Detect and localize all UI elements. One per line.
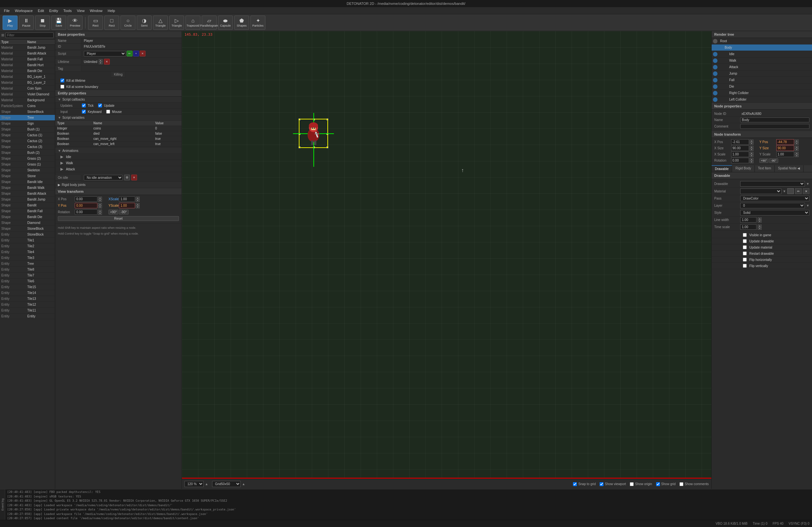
nt-rotation-down[interactable]: ▼ — [750, 161, 754, 163]
asset-row[interactable]: ShapeBandit Attack — [0, 191, 55, 197]
nt-ysize-down[interactable]: ▼ — [795, 148, 799, 151]
material-edit-btn[interactable]: ✏ — [795, 188, 802, 194]
ypos-vt-up[interactable]: ▲ — [98, 203, 102, 206]
tree-eye[interactable] — [713, 45, 717, 50]
update-check[interactable] — [98, 104, 102, 107]
render-tree-item[interactable]: Root — [712, 38, 812, 44]
nt-yscale-up[interactable]: ▲ — [795, 152, 799, 154]
nt-xpos-input[interactable] — [731, 139, 749, 145]
ypos-vt-input[interactable] — [75, 203, 98, 208]
parallelogram-button[interactable]: ▱ Parallelogram — [202, 16, 217, 30]
render-tree-item[interactable]: Walk — [712, 57, 812, 64]
asset-row[interactable]: ShapeBandit Jump — [0, 197, 55, 202]
asset-row[interactable]: ShapeCactus (2) — [0, 138, 55, 144]
drawable-check[interactable] — [743, 252, 747, 255]
script-var-row[interactable]: Booleancan_move_lefttrue — [55, 141, 182, 147]
asset-row[interactable]: EntityTile1 — [0, 238, 55, 243]
asset-row[interactable]: ShapeBandit Fall — [0, 208, 55, 214]
grid-select[interactable]: Grid50x50 Grid25x25 Grid100x100 — [212, 481, 241, 487]
semi-button[interactable]: ◑ Semi — [137, 16, 152, 30]
asset-row[interactable]: EntityTile7 — [0, 273, 55, 278]
asset-row[interactable]: ShapeBush (1) — [0, 126, 55, 132]
material-swatch[interactable] — [787, 188, 794, 194]
asset-row[interactable]: MaterialViolet Diamond — [0, 91, 55, 97]
asset-row[interactable]: EntityTile15 — [0, 284, 55, 290]
asset-row[interactable]: ShapeStoneBlock — [0, 109, 55, 115]
xscale-vt-down[interactable]: ▼ — [136, 199, 140, 202]
tab-drawable[interactable]: Drawable — [712, 165, 732, 172]
rotation-vt-down[interactable]: ▼ — [98, 212, 102, 215]
pause-button[interactable]: ⏸ Pause — [19, 16, 34, 30]
line-width-input[interactable] — [740, 217, 756, 223]
script-edit-btn[interactable]: ✏ — [127, 51, 132, 57]
lifetime-down[interactable]: ▼ — [99, 62, 103, 64]
asset-row[interactable]: ShapeBandit Walk — [0, 185, 55, 191]
rect-button[interactable]: ▭ Rect — [88, 16, 103, 30]
nt-yscale-input[interactable] — [776, 152, 794, 157]
xpos-vt-up[interactable]: ▲ — [98, 197, 102, 199]
tab-spatial-node[interactable]: Spatial Node ◀ — [775, 165, 803, 172]
asset-row[interactable]: ShapeTree — [0, 115, 55, 121]
asset-row[interactable]: MaterialBG_Layer_1 — [0, 74, 55, 80]
menu-edit[interactable]: Edit — [35, 8, 47, 13]
nt-plus90-btn[interactable]: +90° — [759, 159, 768, 163]
time-scale-input[interactable] — [740, 224, 756, 230]
material-select[interactable] — [740, 189, 782, 194]
render-tree-item[interactable]: Idle — [712, 51, 812, 57]
nt-ysize-up[interactable]: ▲ — [795, 146, 799, 148]
tree-eye[interactable] — [713, 78, 717, 82]
reset-btn[interactable]: Reset — [58, 216, 179, 221]
event-log-tab[interactable]: Event log — [0, 490, 5, 520]
nt-xsize-input[interactable] — [731, 145, 749, 151]
lifetime-up[interactable]: ▲ — [99, 59, 103, 62]
menu-workspace[interactable]: Workspace — [12, 8, 35, 13]
snap-check[interactable] — [573, 482, 577, 486]
animations-header[interactable]: ▼ Animations — [55, 148, 182, 154]
script-callbacks-header[interactable]: ▼ Script callbacks — [55, 97, 182, 103]
menu-file[interactable]: File — [1, 8, 12, 13]
minus90-vt-btn[interactable]: -90° — [119, 210, 129, 214]
rect2-button[interactable]: □ Rect — [104, 16, 119, 30]
filter-input[interactable] — [5, 32, 54, 38]
viewport-canvas[interactable]: 145.83, 23.33 — [182, 31, 711, 478]
asset-row[interactable]: ShapeBandit Die — [0, 214, 55, 220]
asset-row[interactable]: ShapeBandit — [0, 202, 55, 208]
asset-row[interactable]: ShapeCactus (3) — [0, 144, 55, 150]
tree-eye[interactable] — [713, 85, 717, 89]
drawable-check[interactable] — [743, 239, 747, 243]
nt-ypos-input[interactable] — [776, 139, 794, 145]
xscale-vt-up[interactable]: ▲ — [136, 197, 140, 199]
drawable-check[interactable] — [743, 264, 747, 268]
stop-button[interactable]: ⏹ Stop — [35, 16, 50, 30]
zoom-select[interactable]: 120 % 100 % 150 % 200 % — [185, 481, 204, 487]
nt-xscale-up[interactable]: ▲ — [750, 152, 754, 154]
tab-text-item[interactable]: Text Item — [755, 165, 775, 172]
asset-row[interactable]: EntityTile3 — [0, 255, 55, 261]
nt-ysize-input[interactable] — [776, 145, 794, 151]
asset-row[interactable]: MaterialBandit Hurt — [0, 62, 55, 68]
tick-check[interactable] — [82, 104, 86, 107]
ypos-vt-down[interactable]: ▼ — [98, 206, 102, 208]
asset-row[interactable]: ShapeSign — [0, 121, 55, 126]
tab-rigid-body[interactable]: Rigid Body — [732, 165, 754, 172]
render-tree-item[interactable]: Left Collider — [712, 96, 812, 103]
asset-row[interactable]: EntityTile6 — [0, 278, 55, 284]
rigid-body-joints-header[interactable]: ▶ Rigid body joints — [55, 182, 182, 188]
asset-row[interactable]: ShapeBandit Idle — [0, 179, 55, 185]
asset-row[interactable]: MaterialBandit Die — [0, 68, 55, 74]
lifetime-clear[interactable]: ✕ — [104, 59, 110, 64]
render-tree-item[interactable]: Attack — [712, 64, 812, 71]
menu-help[interactable]: Help — [105, 8, 118, 13]
play-button[interactable]: ▶ Play — [3, 16, 17, 30]
mouse-check[interactable] — [106, 110, 110, 114]
xpos-vt-input[interactable] — [75, 196, 98, 202]
plus90-vt-btn[interactable]: +90° — [108, 210, 118, 214]
asset-row[interactable]: MaterialBackground — [0, 97, 55, 103]
show-comments-check[interactable] — [680, 482, 683, 486]
script-add-btn[interactable]: + — [133, 51, 139, 57]
asset-row[interactable]: EntityTile12 — [0, 302, 55, 307]
yscale-vt-input[interactable] — [119, 203, 135, 208]
node-comment-input[interactable] — [740, 124, 809, 129]
render-tree-item[interactable]: Body — [712, 44, 812, 51]
asset-row[interactable]: EntityTile4 — [0, 249, 55, 255]
